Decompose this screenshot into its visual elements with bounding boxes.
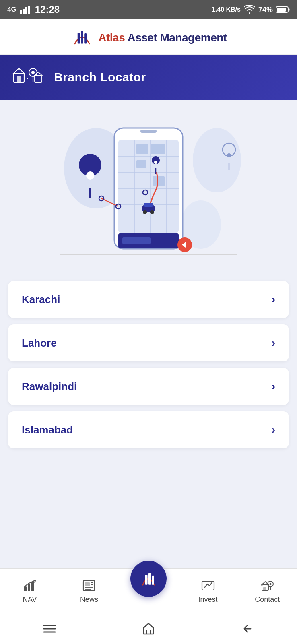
time-display: 12:28 xyxy=(35,4,60,15)
chevron-icon-islamabad: › xyxy=(272,423,275,436)
city-name-islamabad: Islamabad xyxy=(22,424,73,436)
svg-rect-16 xyxy=(118,140,179,233)
svg-rect-7 xyxy=(17,76,21,82)
svg-point-38 xyxy=(86,171,94,180)
nav-center-button[interactable] xyxy=(130,561,167,597)
logo-text: Atlas Asset Management xyxy=(98,31,227,44)
svg-rect-46 xyxy=(31,582,34,591)
city-item-lahore[interactable]: Lahore › xyxy=(8,324,289,361)
back-icon xyxy=(240,621,255,636)
svg-rect-45 xyxy=(28,584,30,591)
nav-icon-chart xyxy=(23,578,37,593)
nav-icon-news xyxy=(82,578,96,593)
signal-bars xyxy=(20,6,30,14)
nav-item-news[interactable]: News xyxy=(60,578,119,604)
nav-item-invest[interactable]: Invest xyxy=(178,578,238,604)
battery-level: 74% xyxy=(258,6,273,14)
data-speed: 1.40 KB/s xyxy=(212,6,241,13)
svg-rect-27 xyxy=(153,176,165,186)
nav-center-logo xyxy=(138,570,159,588)
svg-rect-60 xyxy=(263,587,266,590)
svg-rect-25 xyxy=(151,144,165,154)
svg-point-9 xyxy=(31,71,35,74)
svg-rect-26 xyxy=(136,160,146,168)
svg-point-42 xyxy=(227,153,231,157)
city-item-karachi[interactable]: Karachi › xyxy=(8,281,289,318)
svg-rect-48 xyxy=(85,582,90,586)
svg-rect-29 xyxy=(144,203,153,207)
nav-item-nav[interactable]: NAV xyxy=(0,578,60,604)
city-list: Karachi › Lahore › Rawalpindi › Islamaba… xyxy=(0,269,297,568)
city-item-rawalpindi[interactable]: Rawalpindi › xyxy=(8,368,289,405)
app-header: Atlas Asset Management xyxy=(0,19,297,55)
svg-rect-24 xyxy=(136,144,148,154)
svg-rect-36 xyxy=(122,237,151,244)
svg-rect-3 xyxy=(78,33,80,44)
logo-icon xyxy=(70,27,94,49)
branch-locator-icon xyxy=(12,64,44,91)
map-svg xyxy=(48,112,249,265)
network-indicator: 4G xyxy=(7,6,16,14)
svg-point-59 xyxy=(270,583,272,585)
city-name-rawalpindi: Rawalpindi xyxy=(22,380,77,393)
svg-rect-1 xyxy=(289,8,290,11)
svg-point-31 xyxy=(150,210,154,214)
system-nav-bar xyxy=(0,615,297,644)
svg-point-32 xyxy=(154,161,157,164)
status-bar: 4G 12:28 1.40 KB/s 74% xyxy=(0,0,297,19)
nav-label-news: News xyxy=(80,595,98,604)
nav-icon-contact xyxy=(260,578,274,593)
wifi-icon xyxy=(244,5,255,14)
nav-item-home[interactable] xyxy=(119,561,178,597)
nav-icon-invest xyxy=(201,578,215,593)
chevron-icon-rawalpindi: › xyxy=(272,380,275,393)
battery-icon xyxy=(276,6,290,13)
svg-rect-53 xyxy=(145,575,148,585)
svg-rect-54 xyxy=(148,573,151,585)
svg-rect-64 xyxy=(146,630,151,634)
city-item-islamabad[interactable]: Islamabad › xyxy=(8,411,289,448)
nav-item-contact[interactable]: Contact xyxy=(237,578,297,604)
nav-label-contact: Contact xyxy=(255,595,280,604)
home-button[interactable] xyxy=(140,621,157,637)
svg-rect-55 xyxy=(152,576,154,585)
svg-rect-34 xyxy=(140,130,157,133)
branch-locator-banner: Branch Locator xyxy=(0,55,297,100)
branch-banner-title: Branch Locator xyxy=(54,70,146,84)
nav-label-nav: NAV xyxy=(23,595,37,604)
svg-rect-4 xyxy=(81,31,83,44)
home-icon xyxy=(141,621,156,636)
city-name-karachi: Karachi xyxy=(22,293,60,306)
hamburger-icon xyxy=(42,623,57,634)
logo-area: Atlas Asset Management xyxy=(70,27,227,49)
svg-rect-5 xyxy=(85,33,87,44)
chevron-icon-karachi: › xyxy=(272,293,275,306)
nav-label-invest: Invest xyxy=(198,595,218,604)
map-illustration xyxy=(0,100,297,269)
svg-rect-2 xyxy=(277,8,286,12)
svg-point-13 xyxy=(193,128,241,192)
svg-rect-11 xyxy=(35,76,42,82)
chevron-icon-lahore: › xyxy=(272,336,275,349)
bottom-nav: NAV News Inv xyxy=(0,568,297,615)
svg-point-30 xyxy=(143,210,147,214)
back-button[interactable] xyxy=(239,621,256,637)
city-name-lahore: Lahore xyxy=(22,337,57,349)
hamburger-button[interactable] xyxy=(41,621,58,637)
